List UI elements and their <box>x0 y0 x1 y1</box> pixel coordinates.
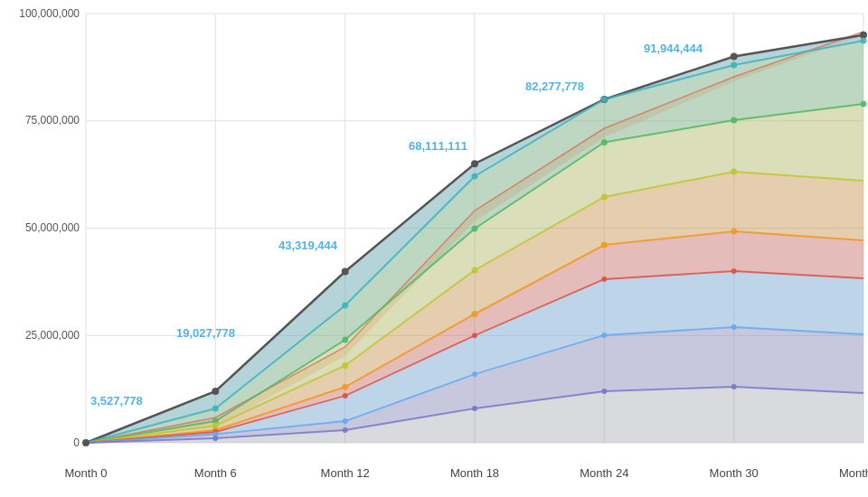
dot-red-m18 <box>472 333 477 338</box>
dot-dark-m30 <box>731 53 738 61</box>
x-label-m18: Month 18 <box>450 466 499 480</box>
dot-dark-m12 <box>342 268 349 276</box>
data-label-3m: 3,527,778 <box>90 394 143 408</box>
dot-lb-m12 <box>343 418 348 424</box>
dot-indigo-m12 <box>343 427 348 433</box>
dot-indigo-m30 <box>731 384 737 389</box>
y-label-75m: 75,000,000 <box>25 114 80 127</box>
dot-orange-m30 <box>731 229 737 235</box>
dot-teal-m12 <box>342 303 348 309</box>
dot-teal-m30 <box>731 62 737 69</box>
data-label-68m: 68,111,111 <box>409 139 467 153</box>
x-label-m12: Month 12 <box>321 466 370 480</box>
x-label-m6: Month 6 <box>194 466 237 480</box>
x-label-m24: Month 24 <box>580 466 628 480</box>
dot-lb-m30 <box>731 324 737 330</box>
dot-green-m18 <box>472 226 478 232</box>
data-label-82m: 82,277,778 <box>525 80 584 93</box>
dot-indigo-m24 <box>601 389 607 394</box>
dot-yellow-m30 <box>731 169 737 175</box>
data-label-19m: 19,027,778 <box>176 326 235 340</box>
dot-lb-m24 <box>601 333 607 338</box>
dot-yellow-m12 <box>342 362 348 369</box>
y-label-100m: 100,000,000 <box>19 7 80 20</box>
x-label-m0: Month 0 <box>65 466 108 480</box>
data-label-91m: 91,944,444 <box>644 42 703 55</box>
data-label-43m: 43,319,444 <box>278 239 338 252</box>
dot-dark-m6 <box>212 388 219 395</box>
y-label-0: 0 <box>73 436 80 449</box>
dot-indigo-m18 <box>472 406 477 411</box>
dot-teal-m6 <box>212 406 219 412</box>
dot-orange-m18 <box>472 311 478 317</box>
dot-green-m24 <box>601 139 608 145</box>
dot-green-m36 <box>861 101 867 108</box>
dot-orange-m24 <box>601 242 608 248</box>
x-label-m30: Month 30 <box>710 466 759 480</box>
dot-green-m12 <box>342 337 348 343</box>
dot-green-m30 <box>731 117 737 124</box>
dot-teal-m24 <box>601 97 608 103</box>
dot-orange-m12 <box>342 384 348 390</box>
y-label-50m: 50,000,000 <box>25 221 80 234</box>
chart-svg: 100,000,000 75,000,000 50,000,000 25,000… <box>0 0 868 497</box>
dot-red-m24 <box>601 277 607 282</box>
dot-yellow-m24 <box>601 194 608 201</box>
dot-dark-m18 <box>471 160 478 167</box>
dot-lb-m18 <box>472 371 477 377</box>
y-label-25m: 25,000,000 <box>25 329 80 342</box>
dot-red-m12 <box>343 393 348 399</box>
x-label-m36: Month 36 <box>839 466 868 480</box>
chart-container: 100,000,000 75,000,000 50,000,000 25,000… <box>0 0 868 497</box>
dot-indigo-m6 <box>212 436 218 441</box>
dot-teal-m18 <box>472 173 478 180</box>
dot-teal-m36 <box>861 38 867 44</box>
dot-yellow-m18 <box>472 267 478 274</box>
dot-dark-m0 <box>82 439 90 446</box>
dot-red-m30 <box>731 268 737 274</box>
